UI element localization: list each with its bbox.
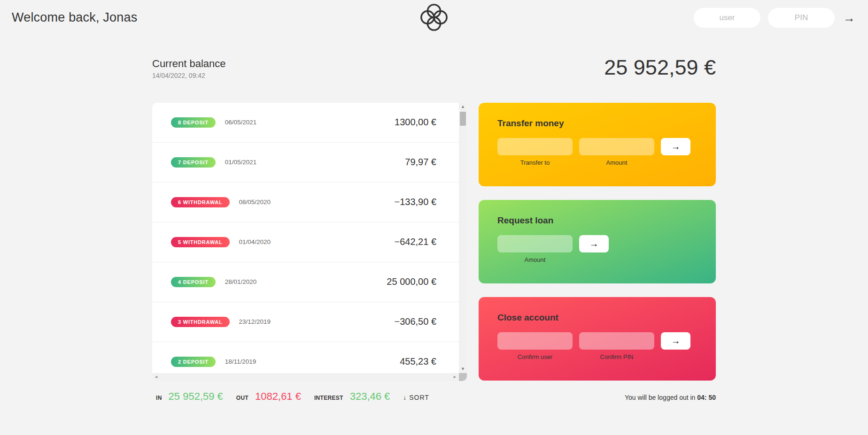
close-title: Close account (497, 313, 697, 323)
transfer-submit-button[interactable]: → (661, 138, 690, 155)
close-user-label: Confirm user (497, 353, 573, 360)
scroll-down-icon[interactable]: ▼ (459, 365, 467, 373)
loan-amount-label: Amount (497, 256, 573, 263)
balance-date: 14/04/2022, 09:42 (152, 72, 226, 79)
movement-row: 7 DEPOSIT 01/05/2021 79,97 € (152, 143, 459, 183)
close-account-box: Close account → Confirm user Confirm PIN (479, 297, 716, 381)
loan-submit-button[interactable]: → (579, 235, 609, 252)
horizontal-scrollbar[interactable]: ◄ ► (152, 373, 459, 381)
movement-type-badge: 7 DEPOSIT (171, 157, 216, 168)
transfer-to-input[interactable] (497, 138, 573, 155)
close-pin-label: Confirm PIN (579, 353, 654, 360)
movement-value: 25 000,00 € (387, 276, 436, 287)
movement-value: 455,23 € (400, 356, 436, 367)
movement-date: 06/05/2021 (225, 119, 257, 126)
movement-date: 01/04/2020 (239, 238, 271, 245)
top-nav: Welcome back, Jonas → (0, 0, 868, 35)
close-submit-button[interactable]: → (661, 332, 690, 350)
balance-value: 25 952,59 € (604, 56, 716, 79)
vertical-scrollbar[interactable]: ▲ ▼ (459, 103, 467, 373)
scrollbar-corner (459, 373, 467, 381)
transfer-to-label: Transfer to (497, 159, 573, 166)
movement-type-badge: 6 WITHDRAWAL (171, 197, 230, 207)
movement-type-badge: 4 DEPOSIT (171, 277, 216, 287)
summary-bar: IN 25 952,59 € OUT 1082,61 € INTEREST 32… (152, 390, 429, 403)
close-user-input[interactable] (497, 332, 573, 350)
transfer-title: Transfer money (497, 118, 697, 129)
movement-value: −133,90 € (394, 197, 436, 207)
movement-date: 18/11/2019 (225, 358, 256, 365)
movement-date: 08/05/2020 (239, 198, 271, 206)
transfer-amount-input[interactable] (579, 138, 654, 155)
login-user-input[interactable] (694, 8, 760, 28)
login-arrow-button[interactable]: → (842, 12, 856, 24)
close-pin-input[interactable] (579, 332, 654, 350)
loan-amount-input[interactable] (497, 235, 573, 252)
transfer-money-box: Transfer money → Transfer to Amount (479, 103, 716, 186)
summary-in-value: 25 952,59 € (169, 390, 223, 403)
summary-out-label: OUT (236, 395, 248, 401)
movement-type-badge: 2 DEPOSIT (171, 357, 216, 367)
movement-value: 1300,00 € (395, 117, 436, 128)
bankist-logo-icon (419, 3, 449, 34)
movements-list: 8 DEPOSIT 06/05/2021 1300,00 € 7 DEPOSIT… (152, 103, 459, 373)
movement-type-badge: 5 WITHDRAWAL (171, 237, 230, 247)
movement-date: 28/01/2020 (225, 278, 257, 285)
movement-row: 8 DEPOSIT 06/05/2021 1300,00 € (152, 103, 459, 143)
loan-title: Request loan (497, 215, 697, 226)
movement-value: −642,21 € (394, 237, 436, 247)
movements-panel: 8 DEPOSIT 06/05/2021 1300,00 € 7 DEPOSIT… (152, 103, 467, 381)
transfer-amount-label: Amount (579, 159, 654, 166)
request-loan-box: Request loan → Amount (479, 200, 716, 283)
movement-row: 3 WITHDRAWAL 23/12/2019 −306,50 € (152, 302, 459, 342)
movement-row: 4 DEPOSIT 28/01/2020 25 000,00 € (152, 262, 459, 302)
movement-value: 79,97 € (405, 157, 436, 168)
summary-interest-label: INTEREST (314, 395, 343, 401)
movement-row: 6 WITHDRAWAL 08/05/2020 −133,90 € (152, 183, 459, 222)
balance-section: Current balance 14/04/2022, 09:42 25 952… (152, 56, 716, 79)
logout-timer-text: You will be logged out in 04: 50 (625, 394, 716, 401)
movement-row: 5 WITHDRAWAL 01/04/2020 −642,21 € (152, 222, 459, 262)
logout-timer-value: 04: 50 (697, 394, 716, 401)
operations-column: Transfer money → Transfer to Amount Requ… (479, 103, 716, 381)
app-container: Current balance 14/04/2022, 09:42 25 952… (152, 56, 716, 403)
scroll-right-icon[interactable]: ► (451, 373, 459, 381)
movement-type-badge: 3 WITHDRAWAL (171, 317, 230, 327)
movement-date: 23/12/2019 (239, 318, 271, 325)
login-pin-input[interactable] (768, 8, 835, 28)
welcome-message: Welcome back, Jonas (12, 10, 137, 25)
movement-value: −306,50 € (394, 316, 436, 327)
movement-row: 2 DEPOSIT 18/11/2019 455,23 € (152, 342, 459, 373)
scroll-left-icon[interactable]: ◄ (152, 373, 160, 381)
sort-button[interactable]: ↓ SORT (403, 394, 429, 401)
movement-type-badge: 8 DEPOSIT (171, 117, 216, 128)
balance-label: Current balance (152, 58, 226, 70)
movement-date: 01/05/2021 (225, 159, 257, 166)
login-form: → (694, 8, 856, 28)
summary-interest-value: 323,46 € (350, 390, 390, 403)
vertical-scroll-thumb[interactable] (460, 112, 466, 126)
summary-in-label: IN (156, 395, 162, 401)
summary-out-value: 1082,61 € (255, 390, 301, 403)
scroll-up-icon[interactable]: ▲ (459, 103, 467, 111)
